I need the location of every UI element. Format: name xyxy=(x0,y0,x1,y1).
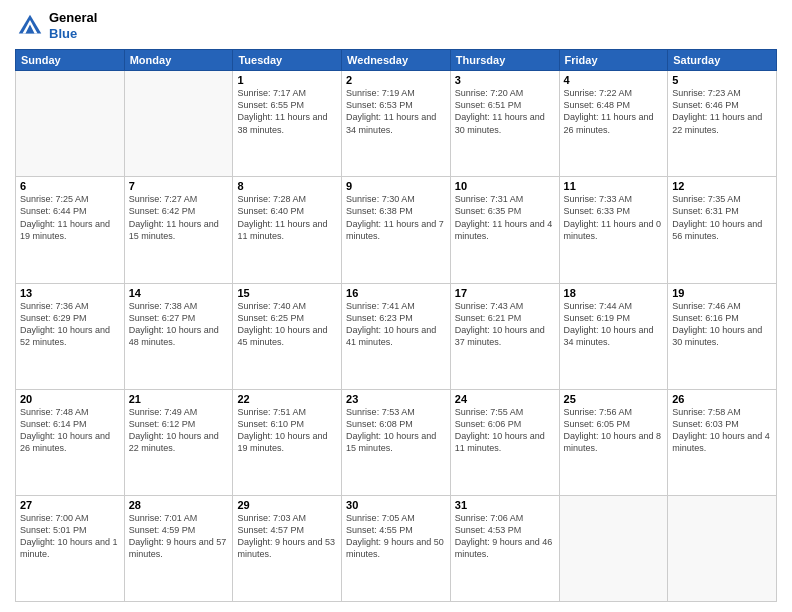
calendar-cell: 31Sunrise: 7:06 AMSunset: 4:53 PMDayligh… xyxy=(450,495,559,601)
calendar-cell: 3Sunrise: 7:20 AMSunset: 6:51 PMDaylight… xyxy=(450,71,559,177)
calendar-cell: 27Sunrise: 7:00 AMSunset: 5:01 PMDayligh… xyxy=(16,495,125,601)
calendar-cell: 15Sunrise: 7:40 AMSunset: 6:25 PMDayligh… xyxy=(233,283,342,389)
day-info: Sunrise: 7:46 AMSunset: 6:16 PMDaylight:… xyxy=(672,300,772,349)
calendar-cell: 19Sunrise: 7:46 AMSunset: 6:16 PMDayligh… xyxy=(668,283,777,389)
day-header-saturday: Saturday xyxy=(668,50,777,71)
day-number: 17 xyxy=(455,287,555,299)
day-number: 25 xyxy=(564,393,664,405)
calendar-week-row: 1Sunrise: 7:17 AMSunset: 6:55 PMDaylight… xyxy=(16,71,777,177)
day-number: 4 xyxy=(564,74,664,86)
day-number: 12 xyxy=(672,180,772,192)
day-info: Sunrise: 7:38 AMSunset: 6:27 PMDaylight:… xyxy=(129,300,229,349)
calendar-cell: 22Sunrise: 7:51 AMSunset: 6:10 PMDayligh… xyxy=(233,389,342,495)
day-info: Sunrise: 7:55 AMSunset: 6:06 PMDaylight:… xyxy=(455,406,555,455)
day-number: 10 xyxy=(455,180,555,192)
calendar-cell: 7Sunrise: 7:27 AMSunset: 6:42 PMDaylight… xyxy=(124,177,233,283)
day-number: 7 xyxy=(129,180,229,192)
day-number: 11 xyxy=(564,180,664,192)
day-number: 21 xyxy=(129,393,229,405)
calendar-week-row: 6Sunrise: 7:25 AMSunset: 6:44 PMDaylight… xyxy=(16,177,777,283)
day-number: 8 xyxy=(237,180,337,192)
calendar-cell: 5Sunrise: 7:23 AMSunset: 6:46 PMDaylight… xyxy=(668,71,777,177)
day-info: Sunrise: 7:25 AMSunset: 6:44 PMDaylight:… xyxy=(20,193,120,242)
calendar-cell: 4Sunrise: 7:22 AMSunset: 6:48 PMDaylight… xyxy=(559,71,668,177)
day-info: Sunrise: 7:17 AMSunset: 6:55 PMDaylight:… xyxy=(237,87,337,136)
day-number: 19 xyxy=(672,287,772,299)
calendar-week-row: 27Sunrise: 7:00 AMSunset: 5:01 PMDayligh… xyxy=(16,495,777,601)
logo-line1: General xyxy=(49,10,97,26)
calendar-cell: 16Sunrise: 7:41 AMSunset: 6:23 PMDayligh… xyxy=(342,283,451,389)
day-info: Sunrise: 7:22 AMSunset: 6:48 PMDaylight:… xyxy=(564,87,664,136)
day-header-wednesday: Wednesday xyxy=(342,50,451,71)
calendar-cell xyxy=(16,71,125,177)
logo-icon xyxy=(15,11,45,41)
day-number: 6 xyxy=(20,180,120,192)
calendar-cell xyxy=(559,495,668,601)
calendar-cell: 13Sunrise: 7:36 AMSunset: 6:29 PMDayligh… xyxy=(16,283,125,389)
calendar-cell: 17Sunrise: 7:43 AMSunset: 6:21 PMDayligh… xyxy=(450,283,559,389)
day-number: 18 xyxy=(564,287,664,299)
calendar-cell: 26Sunrise: 7:58 AMSunset: 6:03 PMDayligh… xyxy=(668,389,777,495)
day-info: Sunrise: 7:05 AMSunset: 4:55 PMDaylight:… xyxy=(346,512,446,561)
day-info: Sunrise: 7:33 AMSunset: 6:33 PMDaylight:… xyxy=(564,193,664,242)
day-info: Sunrise: 7:35 AMSunset: 6:31 PMDaylight:… xyxy=(672,193,772,242)
calendar-week-row: 20Sunrise: 7:48 AMSunset: 6:14 PMDayligh… xyxy=(16,389,777,495)
day-info: Sunrise: 7:03 AMSunset: 4:57 PMDaylight:… xyxy=(237,512,337,561)
day-number: 29 xyxy=(237,499,337,511)
day-number: 20 xyxy=(20,393,120,405)
day-header-tuesday: Tuesday xyxy=(233,50,342,71)
day-number: 28 xyxy=(129,499,229,511)
calendar-cell: 10Sunrise: 7:31 AMSunset: 6:35 PMDayligh… xyxy=(450,177,559,283)
day-info: Sunrise: 7:01 AMSunset: 4:59 PMDaylight:… xyxy=(129,512,229,561)
day-info: Sunrise: 7:30 AMSunset: 6:38 PMDaylight:… xyxy=(346,193,446,242)
calendar-cell xyxy=(668,495,777,601)
calendar-cell: 14Sunrise: 7:38 AMSunset: 6:27 PMDayligh… xyxy=(124,283,233,389)
day-info: Sunrise: 7:27 AMSunset: 6:42 PMDaylight:… xyxy=(129,193,229,242)
day-info: Sunrise: 7:48 AMSunset: 6:14 PMDaylight:… xyxy=(20,406,120,455)
day-info: Sunrise: 7:36 AMSunset: 6:29 PMDaylight:… xyxy=(20,300,120,349)
calendar-cell: 30Sunrise: 7:05 AMSunset: 4:55 PMDayligh… xyxy=(342,495,451,601)
page: General Blue SundayMondayTuesdayWednesda… xyxy=(0,0,792,612)
logo-text: General Blue xyxy=(49,10,97,41)
day-number: 1 xyxy=(237,74,337,86)
day-number: 16 xyxy=(346,287,446,299)
day-number: 5 xyxy=(672,74,772,86)
calendar-cell: 29Sunrise: 7:03 AMSunset: 4:57 PMDayligh… xyxy=(233,495,342,601)
day-number: 15 xyxy=(237,287,337,299)
day-info: Sunrise: 7:28 AMSunset: 6:40 PMDaylight:… xyxy=(237,193,337,242)
header: General Blue xyxy=(15,10,777,41)
calendar-cell: 9Sunrise: 7:30 AMSunset: 6:38 PMDaylight… xyxy=(342,177,451,283)
logo: General Blue xyxy=(15,10,97,41)
day-number: 30 xyxy=(346,499,446,511)
calendar-cell xyxy=(124,71,233,177)
calendar-cell: 20Sunrise: 7:48 AMSunset: 6:14 PMDayligh… xyxy=(16,389,125,495)
calendar-cell: 2Sunrise: 7:19 AMSunset: 6:53 PMDaylight… xyxy=(342,71,451,177)
calendar-cell: 1Sunrise: 7:17 AMSunset: 6:55 PMDaylight… xyxy=(233,71,342,177)
day-info: Sunrise: 7:00 AMSunset: 5:01 PMDaylight:… xyxy=(20,512,120,561)
day-info: Sunrise: 7:31 AMSunset: 6:35 PMDaylight:… xyxy=(455,193,555,242)
calendar-cell: 28Sunrise: 7:01 AMSunset: 4:59 PMDayligh… xyxy=(124,495,233,601)
day-info: Sunrise: 7:56 AMSunset: 6:05 PMDaylight:… xyxy=(564,406,664,455)
day-header-sunday: Sunday xyxy=(16,50,125,71)
calendar-cell: 25Sunrise: 7:56 AMSunset: 6:05 PMDayligh… xyxy=(559,389,668,495)
day-number: 3 xyxy=(455,74,555,86)
calendar-cell: 24Sunrise: 7:55 AMSunset: 6:06 PMDayligh… xyxy=(450,389,559,495)
day-info: Sunrise: 7:23 AMSunset: 6:46 PMDaylight:… xyxy=(672,87,772,136)
day-header-thursday: Thursday xyxy=(450,50,559,71)
day-number: 13 xyxy=(20,287,120,299)
logo-line2: Blue xyxy=(49,26,97,42)
day-info: Sunrise: 7:58 AMSunset: 6:03 PMDaylight:… xyxy=(672,406,772,455)
day-number: 14 xyxy=(129,287,229,299)
calendar-week-row: 13Sunrise: 7:36 AMSunset: 6:29 PMDayligh… xyxy=(16,283,777,389)
day-header-friday: Friday xyxy=(559,50,668,71)
calendar-header-row: SundayMondayTuesdayWednesdayThursdayFrid… xyxy=(16,50,777,71)
calendar-cell: 18Sunrise: 7:44 AMSunset: 6:19 PMDayligh… xyxy=(559,283,668,389)
day-number: 23 xyxy=(346,393,446,405)
day-number: 27 xyxy=(20,499,120,511)
day-info: Sunrise: 7:40 AMSunset: 6:25 PMDaylight:… xyxy=(237,300,337,349)
calendar-table: SundayMondayTuesdayWednesdayThursdayFrid… xyxy=(15,49,777,602)
calendar-cell: 21Sunrise: 7:49 AMSunset: 6:12 PMDayligh… xyxy=(124,389,233,495)
calendar-cell: 8Sunrise: 7:28 AMSunset: 6:40 PMDaylight… xyxy=(233,177,342,283)
day-number: 24 xyxy=(455,393,555,405)
calendar-cell: 12Sunrise: 7:35 AMSunset: 6:31 PMDayligh… xyxy=(668,177,777,283)
